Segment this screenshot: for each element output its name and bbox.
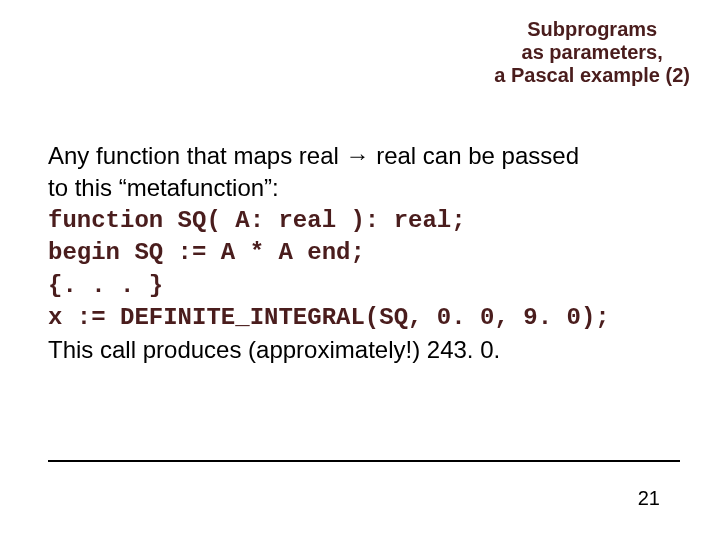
divider bbox=[48, 460, 680, 462]
title-line-2: as parameters, bbox=[494, 41, 690, 64]
intro-post: real can be passed bbox=[370, 142, 579, 169]
code-line-3: {. . . } bbox=[48, 270, 680, 302]
outro-line: This call produces (approximately!) 243.… bbox=[48, 334, 680, 366]
title-line-1: Subprograms bbox=[494, 18, 690, 41]
code-line-1: function SQ( A: real ): real; bbox=[48, 205, 680, 237]
slide-body: Any function that maps real → real can b… bbox=[48, 140, 680, 367]
intro-line-1: Any function that maps real → real can b… bbox=[48, 140, 680, 172]
intro-pre: Any function that maps real bbox=[48, 142, 346, 169]
title-line-3: a Pascal example (2) bbox=[494, 64, 690, 87]
arrow-icon: → bbox=[346, 142, 370, 169]
code-line-4: x := DEFINITE_INTEGRAL(SQ, 0. 0, 9. 0); bbox=[48, 302, 680, 334]
slide-title: Subprograms as parameters, a Pascal exam… bbox=[494, 18, 690, 87]
code-line-2: begin SQ := A * A end; bbox=[48, 237, 680, 269]
page-number: 21 bbox=[638, 487, 660, 510]
slide: Subprograms as parameters, a Pascal exam… bbox=[0, 0, 720, 540]
intro-line-2: to this “metafunction”: bbox=[48, 172, 680, 204]
